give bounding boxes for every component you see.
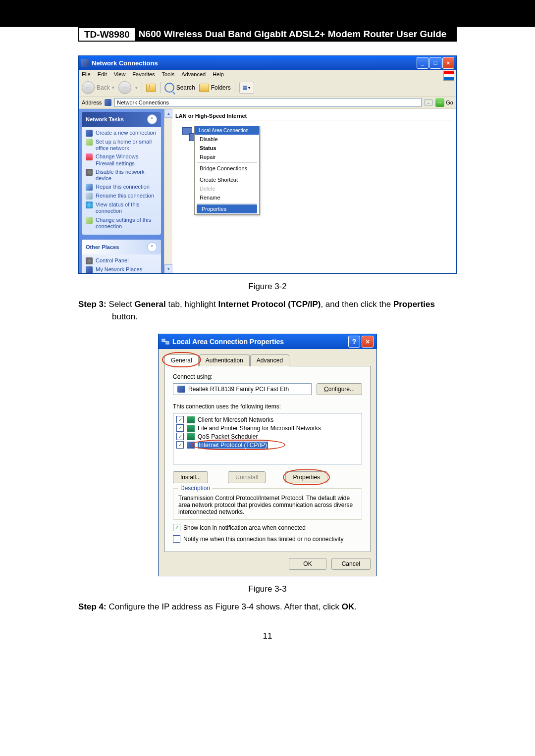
task-repair[interactable]: Repair this connection (86, 183, 157, 192)
menu-help[interactable]: Help (213, 71, 224, 77)
help-button[interactable]: ? (348, 336, 360, 348)
list-item[interactable]: ✓Client for Microsoft Networks (175, 415, 360, 424)
dialog-titlebar: Local Area Connection Properties ? × (159, 334, 376, 349)
network-connections-window: Network Connections _ □ × File Edit View… (78, 55, 457, 274)
configure-button[interactable]: Configure... (317, 383, 362, 395)
list-item[interactable]: ✓File and Printer Sharing for Microsoft … (175, 424, 360, 432)
menu-bar: File Edit View Favorites Tools Advanced … (79, 70, 456, 79)
menu-favorites[interactable]: Favorites (132, 71, 155, 77)
list-item-tcpip[interactable]: ✓Internet Protocol (TCP/IP) (175, 441, 360, 449)
step-3: Step 3: Select General tab, highlight In… (78, 299, 457, 323)
ctx-repair[interactable]: Repair (195, 152, 259, 161)
menu-view[interactable]: View (114, 71, 126, 77)
back-button[interactable]: ←Back▾ (82, 81, 114, 94)
address-dropdown-icon[interactable]: ⌄ (425, 100, 432, 105)
checkbox-icon[interactable]: ✓ (176, 424, 184, 432)
ctx-properties[interactable]: Properties (197, 204, 257, 213)
disable-icon (86, 169, 93, 176)
address-input[interactable] (114, 98, 422, 107)
task-firewall[interactable]: Change Windows Firewall settings (86, 152, 157, 167)
collapse-icon[interactable]: ⌃ (147, 114, 157, 124)
scroll-up-icon[interactable]: ▴ (164, 109, 172, 118)
titlebar: Network Connections _ □ × (79, 56, 456, 70)
tab-content: Connect using: Realtek RTL8139 Family PC… (164, 366, 371, 552)
network-setup-icon (86, 139, 93, 146)
menu-advanced[interactable]: Advanced (181, 71, 206, 77)
go-button[interactable]: →Go (435, 98, 453, 107)
forward-button[interactable]: → (118, 81, 131, 94)
views-button[interactable]: ▾ (239, 82, 254, 94)
rename-icon (86, 193, 93, 200)
context-menu-header: Local Area Connection (195, 126, 259, 135)
dialog-title: Local Area Connection Properties (172, 338, 284, 346)
notify-checkbox[interactable]: Notify me when this connection has limit… (173, 535, 362, 543)
ctx-delete: Delete (195, 184, 259, 193)
up-folder-icon[interactable]: ↑ (146, 84, 156, 92)
folder-icon (199, 84, 209, 92)
items-list[interactable]: ✓Client for Microsoft Networks ✓File and… (173, 413, 362, 464)
uninstall-button[interactable]: Uninstall (228, 471, 266, 483)
guide-title: N600 Wireless Dual Band Gigabit ADSL2+ M… (136, 27, 457, 42)
other-places-panel: Other Places ⌃ Control Panel My Network … (82, 240, 161, 273)
lan-properties-dialog: Local Area Connection Properties ? × Gen… (158, 334, 377, 576)
tab-advanced[interactable]: Advanced (250, 354, 289, 366)
model-number: TD-W8980 (78, 27, 136, 42)
tab-general[interactable]: General (164, 354, 199, 366)
network-tasks-panel: Network Tasks ⌃ Create a new connection … (82, 112, 161, 235)
network-places-icon (86, 266, 93, 273)
checkbox-icon[interactable] (173, 535, 180, 543)
ctx-bridge[interactable]: Bridge Connections (195, 164, 259, 173)
place-control-panel[interactable]: Control Panel (86, 256, 157, 265)
place-network-places[interactable]: My Network Places (86, 265, 157, 273)
task-change-settings[interactable]: Change settings of this connection (86, 216, 157, 231)
install-button[interactable]: Install... (173, 471, 208, 483)
minimize-button[interactable]: _ (417, 57, 428, 69)
client-icon (187, 416, 195, 423)
tab-authentication[interactable]: Authentication (199, 354, 250, 366)
task-setup-network[interactable]: Set up a home or small office network (86, 138, 157, 152)
step-4: Step 4: Configure the IP address as Figu… (78, 601, 457, 613)
sharing-icon (187, 425, 195, 432)
task-disable[interactable]: Disable this network device (86, 168, 157, 183)
menu-tools[interactable]: Tools (162, 71, 175, 77)
address-bar: Address ⌄ →Go (79, 97, 456, 109)
sidebar: Network Tasks ⌃ Create a new connection … (79, 109, 164, 273)
ctx-status[interactable]: Status (195, 144, 259, 152)
window-title: Network Connections (92, 59, 417, 67)
scroll-down-icon[interactable]: ▾ (164, 264, 172, 273)
checkbox-icon[interactable]: ✓ (176, 433, 184, 440)
description-label: Description (178, 485, 212, 492)
menu-file[interactable]: File (82, 71, 91, 77)
task-view-status[interactable]: View status of this connection (86, 201, 157, 215)
svg-rect-0 (162, 339, 165, 342)
task-rename[interactable]: Rename this connection (86, 192, 157, 201)
qos-icon (187, 433, 195, 440)
ctx-rename[interactable]: Rename (195, 193, 259, 202)
collapse-icon[interactable]: ⌃ (147, 242, 157, 252)
close-button[interactable]: × (362, 336, 374, 348)
connect-using-label: Connect using: (173, 373, 362, 380)
sidebar-scrollbar[interactable]: ▴ ▾ (164, 109, 172, 273)
svg-rect-1 (166, 342, 169, 344)
properties-button[interactable]: Properties (285, 471, 327, 483)
ok-button[interactable]: OK (289, 558, 326, 570)
search-button[interactable]: Search (164, 83, 195, 93)
close-button[interactable]: × (442, 57, 454, 69)
windows-flag-icon (443, 71, 454, 81)
network-tasks-header: Network Tasks (86, 116, 124, 122)
checkbox-icon[interactable]: ✓ (173, 524, 180, 531)
list-item[interactable]: ✓QoS Packet Scheduler (175, 432, 360, 441)
ctx-disable[interactable]: Disable (195, 135, 259, 144)
cancel-button[interactable]: Cancel (331, 558, 371, 570)
checkbox-icon[interactable]: ✓ (176, 416, 184, 423)
show-icon-checkbox[interactable]: ✓Show icon in notification area when con… (173, 524, 362, 531)
context-menu: Local Area Connection Disable Status Rep… (194, 126, 260, 215)
menu-edit[interactable]: Edit (98, 71, 107, 77)
checkbox-icon[interactable]: ✓ (176, 441, 184, 449)
ctx-shortcut[interactable]: Create Shortcut (195, 175, 259, 184)
folders-button[interactable]: Folders (199, 84, 231, 92)
tcpip-icon (187, 442, 195, 449)
figure-3-3-caption: Figure 3-3 (78, 584, 457, 594)
task-create-connection[interactable]: Create a new connection (86, 129, 157, 138)
maximize-button[interactable]: □ (429, 57, 441, 69)
